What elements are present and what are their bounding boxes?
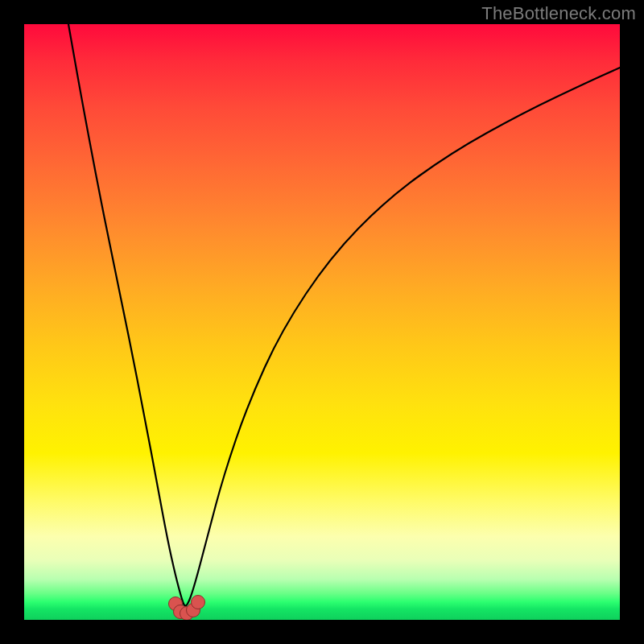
plot-area	[24, 24, 620, 620]
watermark-text: TheBottleneck.com	[481, 3, 636, 24]
bottleneck-curve	[68, 24, 620, 606]
chart-frame: TheBottleneck.com	[0, 0, 644, 644]
curve-minimum-markers	[169, 596, 205, 621]
curve-svg	[24, 24, 620, 620]
curve-marker	[192, 596, 205, 609]
